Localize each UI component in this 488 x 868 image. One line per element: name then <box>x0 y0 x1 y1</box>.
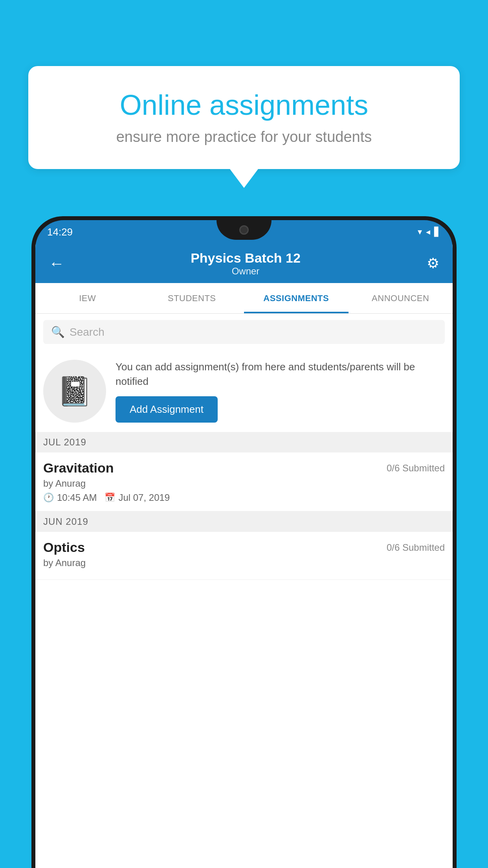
assignment-details-gravitation: 🕐 10:45 AM 📅 Jul 07, 2019 <box>43 492 445 503</box>
wifi-icon: ▾ <box>418 227 422 237</box>
info-text-area: You can add assignment(s) from here and … <box>116 360 445 423</box>
assignment-item-top-optics: Optics 0/6 Submitted <box>43 540 445 555</box>
tab-item-view[interactable]: IEW <box>35 283 140 313</box>
section-header-jun-text: JUN 2019 <box>43 516 88 527</box>
speech-bubble-wrapper: Online assignments ensure more practice … <box>28 66 460 188</box>
assignment-name-optics: Optics <box>43 540 85 555</box>
app-bar: ← Physics Batch 12 Owner ⚙ <box>35 244 453 283</box>
app-bar-title: Physics Batch 12 <box>68 250 423 266</box>
back-button[interactable]: ← <box>45 252 68 275</box>
search-bar: 🔍 Search <box>35 314 453 350</box>
tab-label-view: IEW <box>79 293 96 303</box>
status-bar: 14:29 ▾ ◂ ▋ <box>35 220 453 244</box>
phone-screen: ← Physics Batch 12 Owner ⚙ IEW STUDENTS … <box>35 244 453 868</box>
assignment-name-gravitation: Gravitation <box>43 460 114 476</box>
search-input-wrapper[interactable]: 🔍 Search <box>43 320 445 344</box>
tab-item-announcements[interactable]: ANNOUNCEN <box>349 283 453 313</box>
search-icon: 🔍 <box>51 326 65 338</box>
tab-item-students[interactable]: STUDENTS <box>140 283 244 313</box>
assignment-item-gravitation[interactable]: Gravitation 0/6 Submitted by Anurag 🕐 10… <box>35 452 453 511</box>
assignment-item-optics[interactable]: Optics 0/6 Submitted by Anurag <box>35 532 453 580</box>
assignment-meta-gravitation: by Anurag <box>43 478 445 489</box>
speech-bubble-title: Online assignments <box>56 90 432 121</box>
search-placeholder: Search <box>70 326 105 338</box>
app-bar-center: Physics Batch 12 Owner <box>68 250 423 277</box>
speech-bubble-arrow <box>230 169 258 188</box>
section-header-jul-text: JUL 2019 <box>43 437 86 447</box>
phone-inner: 14:29 ▾ ◂ ▋ ← Physics Batch 12 Owner ⚙ <box>35 220 453 868</box>
calendar-icon: 📅 <box>105 493 115 503</box>
date-value-gravitation: Jul 07, 2019 <box>118 492 170 503</box>
assignment-item-top: Gravitation 0/6 Submitted <box>43 460 445 476</box>
status-time: 14:29 <box>47 226 73 238</box>
signal-icon: ◂ <box>426 227 430 237</box>
clock-icon: 🕐 <box>43 493 54 503</box>
tab-label-students: STUDENTS <box>168 293 216 303</box>
app-bar-subtitle: Owner <box>68 266 423 277</box>
time-value-gravitation: 10:45 AM <box>57 492 97 503</box>
camera <box>239 225 249 235</box>
notch <box>216 220 272 240</box>
section-header-jun: JUN 2019 <box>35 511 453 532</box>
tab-bar: IEW STUDENTS ASSIGNMENTS ANNOUNCEN <box>35 283 453 314</box>
assignment-submitted-optics: 0/6 Submitted <box>387 542 445 553</box>
assignment-meta-optics: by Anurag <box>43 557 445 568</box>
assignment-submitted-gravitation: 0/6 Submitted <box>387 463 445 474</box>
add-assignment-button[interactable]: Add Assignment <box>116 396 218 423</box>
assignment-icon-circle: 📓 <box>43 360 106 423</box>
detail-date-gravitation: 📅 Jul 07, 2019 <box>105 492 170 503</box>
info-description: You can add assignment(s) from here and … <box>116 360 445 388</box>
speech-bubble-subtitle: ensure more practice for your students <box>56 129 432 145</box>
tab-label-assignments: ASSIGNMENTS <box>263 293 329 303</box>
tab-label-announcements: ANNOUNCEN <box>372 293 429 303</box>
info-section: 📓 You can add assignment(s) from here an… <box>35 350 453 432</box>
tab-item-assignments[interactable]: ASSIGNMENTS <box>244 283 349 313</box>
section-header-jul: JUL 2019 <box>35 432 453 452</box>
status-icons: ▾ ◂ ▋ <box>418 227 441 237</box>
phone-frame: 14:29 ▾ ◂ ▋ ← Physics Batch 12 Owner ⚙ <box>31 216 457 868</box>
speech-bubble: Online assignments ensure more practice … <box>28 66 460 169</box>
notebook-icon: 📓 <box>57 375 92 408</box>
detail-time-gravitation: 🕐 10:45 AM <box>43 492 97 503</box>
settings-button[interactable]: ⚙ <box>423 251 443 276</box>
battery-icon: ▋ <box>434 227 441 237</box>
